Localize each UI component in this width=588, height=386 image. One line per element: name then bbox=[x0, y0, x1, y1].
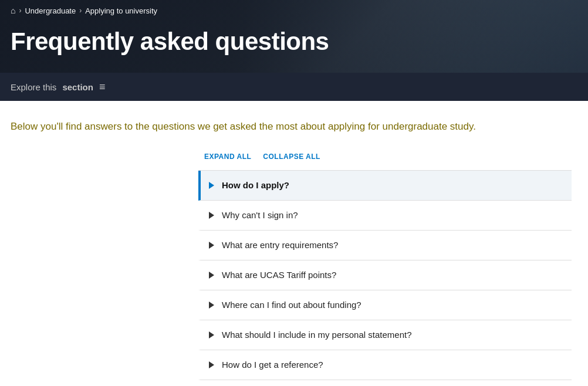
chevron-right-icon bbox=[209, 242, 214, 249]
faq-arrow-0 bbox=[201, 171, 222, 200]
faq-arrow-1 bbox=[201, 201, 222, 230]
chevron-right-icon bbox=[209, 331, 214, 338]
intro-paragraph: Below you'll find answers to the questio… bbox=[11, 118, 521, 134]
faq-item[interactable]: What are entry requirements? bbox=[198, 231, 572, 260]
faq-item[interactable]: Why can't I sign in? bbox=[198, 201, 572, 231]
faq-controls: EXPAND ALL COLLAPSE ALL bbox=[198, 153, 572, 161]
explore-prefix: Explore this bbox=[11, 82, 56, 92]
collapse-all-button[interactable]: COLLAPSE ALL bbox=[263, 153, 320, 161]
breadcrumb: ⌂ › Undergraduate › Applying to universi… bbox=[0, 0, 588, 21]
faq-question-0: How do I apply? bbox=[222, 172, 572, 198]
faq-list: How do I apply? Why can't I sign in? Wha… bbox=[198, 170, 572, 380]
faq-section: EXPAND ALL COLLAPSE ALL How do I apply? … bbox=[198, 153, 572, 380]
home-icon: ⌂ bbox=[11, 6, 15, 15]
faq-arrow-3 bbox=[201, 260, 222, 290]
chevron-right-icon bbox=[209, 302, 214, 309]
explore-bar[interactable]: Explore this section ≡ bbox=[0, 73, 588, 101]
breadcrumb-current-page: Applying to university bbox=[85, 6, 157, 15]
faq-question-2: What are entry requirements? bbox=[222, 232, 572, 258]
explore-section-label: section bbox=[62, 82, 93, 92]
faq-arrow-4 bbox=[201, 290, 222, 320]
expand-all-button[interactable]: EXPAND ALL bbox=[204, 153, 251, 161]
faq-item[interactable]: How do I get a reference? bbox=[198, 350, 572, 380]
faq-question-4: Where can I find out about funding? bbox=[222, 292, 572, 318]
faq-question-1: Why can't I sign in? bbox=[222, 202, 572, 228]
page-title: Frequently asked questions bbox=[0, 21, 588, 73]
faq-question-6: How do I get a reference? bbox=[222, 351, 572, 378]
main-content: Below you'll find answers to the questio… bbox=[0, 101, 588, 386]
breadcrumb-separator-1: › bbox=[19, 6, 21, 15]
faq-question-5: What should I include in my personal sta… bbox=[222, 321, 572, 348]
chevron-right-icon bbox=[209, 182, 214, 189]
faq-question-3: What are UCAS Tariff points? bbox=[222, 262, 572, 288]
faq-item[interactable]: What are UCAS Tariff points? bbox=[198, 260, 572, 290]
breadcrumb-separator-2: › bbox=[79, 6, 82, 15]
chevron-right-icon bbox=[209, 212, 214, 219]
faq-arrow-2 bbox=[201, 231, 222, 260]
faq-item[interactable]: Where can I find out about funding? bbox=[198, 290, 572, 320]
faq-item[interactable]: How do I apply? bbox=[198, 171, 572, 201]
faq-arrow-5 bbox=[201, 320, 222, 350]
hero-section: ⌂ › Undergraduate › Applying to universi… bbox=[0, 0, 588, 73]
section-menu-icon[interactable]: ≡ bbox=[99, 81, 106, 93]
faq-arrow-6 bbox=[201, 350, 222, 380]
faq-item[interactable]: What should I include in my personal sta… bbox=[198, 320, 572, 350]
breadcrumb-undergraduate[interactable]: Undergraduate bbox=[25, 6, 76, 15]
chevron-right-icon bbox=[209, 361, 214, 368]
chevron-right-icon bbox=[209, 272, 214, 279]
